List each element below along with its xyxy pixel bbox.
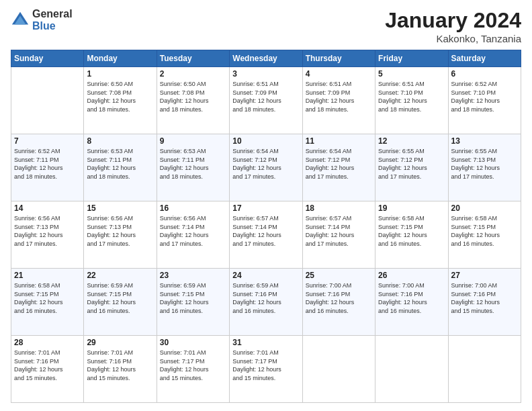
title-block: January 2024 Kakonko, Tanzania [385,8,521,44]
calendar-week-row: 1Sunrise: 6:50 AM Sunset: 7:08 PM Daylig… [11,67,521,134]
day-info: Sunrise: 6:57 AM Sunset: 7:14 PM Dayligh… [232,214,299,248]
col-sunday: Sunday [11,50,84,67]
table-row [448,336,521,403]
calendar-table: Sunday Monday Tuesday Wednesday Thursday… [11,50,521,403]
day-info: Sunrise: 6:53 AM Sunset: 7:11 PM Dayligh… [87,147,153,181]
day-number: 26 [378,271,445,280]
day-info: Sunrise: 6:52 AM Sunset: 7:11 PM Dayligh… [14,147,81,181]
day-info: Sunrise: 7:01 AM Sunset: 7:16 PM Dayligh… [87,349,153,382]
day-number: 18 [306,203,372,213]
table-row: 13Sunrise: 6:55 AM Sunset: 7:13 PM Dayli… [448,134,521,201]
day-number: 22 [87,271,153,280]
table-row [11,67,84,134]
day-info: Sunrise: 6:55 AM Sunset: 7:12 PM Dayligh… [378,147,445,181]
table-row: 28Sunrise: 7:01 AM Sunset: 7:16 PM Dayli… [11,336,84,403]
table-row: 3Sunrise: 6:51 AM Sunset: 7:09 PM Daylig… [230,67,302,134]
day-number: 29 [87,338,153,347]
day-number: 3 [232,69,299,79]
logo-general: General [32,8,73,20]
table-row: 31Sunrise: 7:01 AM Sunset: 7:17 PM Dayli… [230,336,302,403]
day-number: 4 [306,69,372,79]
day-number: 8 [87,136,153,146]
table-row: 30Sunrise: 7:01 AM Sunset: 7:17 PM Dayli… [157,336,229,403]
calendar-week-row: 14Sunrise: 6:56 AM Sunset: 7:13 PM Dayli… [11,201,521,269]
day-info: Sunrise: 6:52 AM Sunset: 7:10 PM Dayligh… [451,80,518,113]
day-number: 11 [306,136,372,146]
day-info: Sunrise: 6:56 AM Sunset: 7:14 PM Dayligh… [160,214,226,248]
day-number: 6 [451,69,518,79]
col-saturday: Saturday [448,50,521,67]
table-row [375,336,448,403]
table-row: 4Sunrise: 6:51 AM Sunset: 7:09 PM Daylig… [302,67,375,134]
table-row: 24Sunrise: 6:59 AM Sunset: 7:16 PM Dayli… [230,269,302,336]
table-row: 14Sunrise: 6:56 AM Sunset: 7:13 PM Dayli… [11,201,84,269]
table-row: 22Sunrise: 6:59 AM Sunset: 7:15 PM Dayli… [84,269,157,336]
day-info: Sunrise: 6:58 AM Sunset: 7:15 PM Dayligh… [378,214,445,248]
day-info: Sunrise: 6:56 AM Sunset: 7:13 PM Dayligh… [87,214,153,248]
day-info: Sunrise: 7:00 AM Sunset: 7:16 PM Dayligh… [451,281,518,315]
table-row: 25Sunrise: 7:00 AM Sunset: 7:16 PM Dayli… [302,269,375,336]
day-number: 27 [451,271,518,280]
day-number: 21 [14,271,81,280]
day-info: Sunrise: 6:51 AM Sunset: 7:09 PM Dayligh… [306,80,372,113]
day-info: Sunrise: 6:58 AM Sunset: 7:15 PM Dayligh… [451,214,518,248]
table-row: 21Sunrise: 6:58 AM Sunset: 7:15 PM Dayli… [11,269,84,336]
calendar-week-row: 28Sunrise: 7:01 AM Sunset: 7:16 PM Dayli… [11,336,521,403]
table-row: 11Sunrise: 6:54 AM Sunset: 7:12 PM Dayli… [302,134,375,201]
logo: General Blue [11,8,73,32]
day-info: Sunrise: 6:53 AM Sunset: 7:11 PM Dayligh… [160,147,226,181]
day-number: 12 [378,136,445,146]
table-row [302,336,375,403]
table-row: 20Sunrise: 6:58 AM Sunset: 7:15 PM Dayli… [448,201,521,269]
table-row: 16Sunrise: 6:56 AM Sunset: 7:14 PM Dayli… [157,201,229,269]
day-info: Sunrise: 7:00 AM Sunset: 7:16 PM Dayligh… [378,281,445,315]
day-number: 2 [160,69,226,79]
table-row: 2Sunrise: 6:50 AM Sunset: 7:08 PM Daylig… [157,67,229,134]
calendar-week-row: 21Sunrise: 6:58 AM Sunset: 7:15 PM Dayli… [11,269,521,336]
day-number: 24 [232,271,299,280]
title-location: Kakonko, Tanzania [385,33,521,44]
day-info: Sunrise: 6:51 AM Sunset: 7:09 PM Dayligh… [232,80,299,113]
day-info: Sunrise: 6:55 AM Sunset: 7:13 PM Dayligh… [451,147,518,181]
day-info: Sunrise: 6:57 AM Sunset: 7:14 PM Dayligh… [306,214,372,248]
table-row: 15Sunrise: 6:56 AM Sunset: 7:13 PM Dayli… [84,201,157,269]
day-number: 20 [451,203,518,213]
day-info: Sunrise: 6:54 AM Sunset: 7:12 PM Dayligh… [232,147,299,181]
col-thursday: Thursday [302,50,375,67]
table-row: 8Sunrise: 6:53 AM Sunset: 7:11 PM Daylig… [84,134,157,201]
table-row: 27Sunrise: 7:00 AM Sunset: 7:16 PM Dayli… [448,269,521,336]
day-number: 7 [14,136,81,146]
day-info: Sunrise: 6:58 AM Sunset: 7:15 PM Dayligh… [14,281,81,315]
day-info: Sunrise: 7:00 AM Sunset: 7:16 PM Dayligh… [306,281,372,315]
day-info: Sunrise: 6:56 AM Sunset: 7:13 PM Dayligh… [14,214,81,248]
table-row: 1Sunrise: 6:50 AM Sunset: 7:08 PM Daylig… [84,67,157,134]
day-info: Sunrise: 7:01 AM Sunset: 7:16 PM Dayligh… [14,349,81,382]
day-number: 10 [232,136,299,146]
day-info: Sunrise: 7:01 AM Sunset: 7:17 PM Dayligh… [160,349,226,382]
day-info: Sunrise: 6:50 AM Sunset: 7:08 PM Dayligh… [160,80,226,113]
col-wednesday: Wednesday [230,50,302,67]
table-row: 19Sunrise: 6:58 AM Sunset: 7:15 PM Dayli… [375,201,448,269]
table-row: 26Sunrise: 7:00 AM Sunset: 7:16 PM Dayli… [375,269,448,336]
table-row: 10Sunrise: 6:54 AM Sunset: 7:12 PM Dayli… [230,134,302,201]
day-info: Sunrise: 6:59 AM Sunset: 7:15 PM Dayligh… [87,281,153,315]
day-info: Sunrise: 6:54 AM Sunset: 7:12 PM Dayligh… [306,147,372,181]
table-row: 9Sunrise: 6:53 AM Sunset: 7:11 PM Daylig… [157,134,229,201]
calendar-header-row: Sunday Monday Tuesday Wednesday Thursday… [11,50,521,67]
day-number: 1 [87,69,153,79]
day-number: 23 [160,271,226,280]
col-friday: Friday [375,50,448,67]
day-number: 9 [160,136,226,146]
day-number: 25 [306,271,372,280]
day-info: Sunrise: 6:51 AM Sunset: 7:10 PM Dayligh… [378,80,445,113]
table-row: 12Sunrise: 6:55 AM Sunset: 7:12 PM Dayli… [375,134,448,201]
day-info: Sunrise: 6:59 AM Sunset: 7:15 PM Dayligh… [160,281,226,315]
table-row: 6Sunrise: 6:52 AM Sunset: 7:10 PM Daylig… [448,67,521,134]
logo-icon [11,11,30,30]
col-monday: Monday [84,50,157,67]
day-number: 13 [451,136,518,146]
day-number: 17 [232,203,299,213]
day-number: 15 [87,203,153,213]
day-number: 28 [14,338,81,347]
page: General Blue January 2024 Kakonko, Tanza… [0,0,532,411]
